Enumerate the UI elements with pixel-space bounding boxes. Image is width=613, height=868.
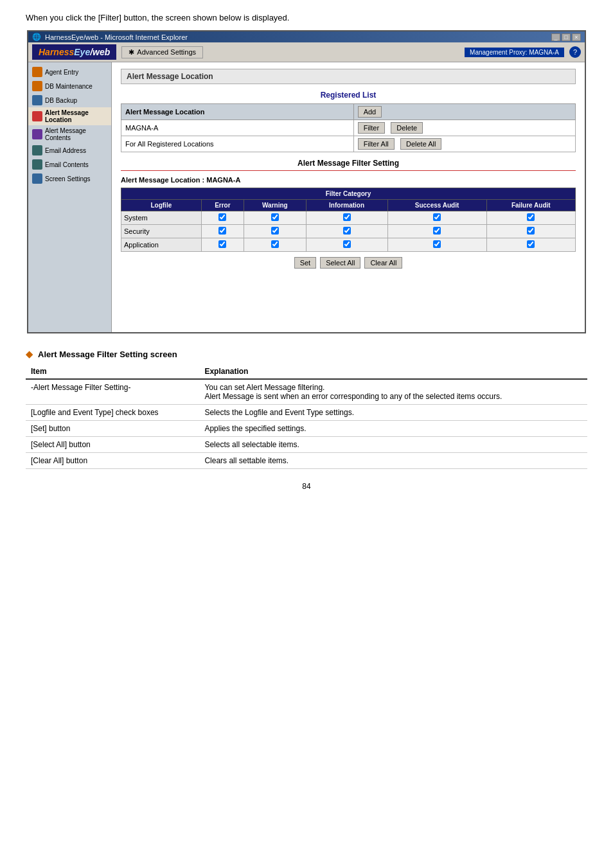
action-cell-2: Filter All Delete All — [353, 136, 575, 152]
col-warning: Warning — [244, 200, 306, 211]
sidebar-item-db-backup[interactable]: DB Backup — [28, 93, 111, 107]
intro-text: When you click the [Filter] button, the … — [26, 13, 587, 22]
filter-row-application: Application — [121, 238, 576, 252]
browser-titlebar: 🌐 HarnessEye/web - Microsoft Internet Ex… — [28, 31, 585, 42]
sidebar-item-email-address[interactable]: Email Address — [28, 143, 111, 157]
filter-location-label: Alert Message Location : MAGNA-A — [121, 176, 576, 184]
sidebar-item-db-maintenance[interactable]: DB Maintenance — [28, 79, 111, 93]
delete-button[interactable]: Delete — [391, 122, 423, 134]
doc-table-row: [Clear All] buttonClears all settable it… — [26, 453, 587, 469]
close-button[interactable]: × — [572, 33, 581, 41]
col-add: Add — [353, 104, 575, 120]
col-alert-location: Alert Message Location — [121, 104, 354, 120]
filter-actions: Set Select All Clear All — [121, 257, 576, 269]
checkbox-app-failure[interactable] — [527, 240, 535, 248]
maximize-button[interactable]: □ — [562, 33, 571, 41]
doc-item-cell: [Select All] button — [26, 437, 199, 453]
alert-location-icon — [32, 111, 42, 121]
doc-item-cell: -Alert Message Filter Setting- — [26, 379, 199, 405]
logo: HarnessEye/web — [32, 44, 116, 60]
error-security — [201, 225, 244, 238]
db-maintenance-icon — [32, 81, 42, 91]
location-cell-all: For All Registered Locations — [121, 136, 354, 152]
page-container: When you click the [Filter] button, the … — [0, 0, 613, 504]
doc-explanation-cell: You can set Alert Message filtering. Ale… — [199, 379, 587, 405]
browser-toolbar: HarnessEye/web ✱ Advanced Settings Manag… — [28, 42, 585, 62]
browser-icon: 🌐 — [32, 33, 41, 41]
info-system — [306, 211, 387, 225]
failure-security — [486, 225, 576, 238]
main-content: Alert Message Location Registered List A… — [112, 62, 585, 332]
set-button[interactable]: Set — [294, 257, 317, 269]
filter-table: Filter Category Logfile Error Warning In… — [121, 188, 576, 252]
checkbox-security-failure[interactable] — [527, 227, 535, 235]
advanced-settings-button[interactable]: ✱ Advanced Settings — [121, 46, 203, 58]
checkbox-app-success[interactable] — [433, 240, 441, 248]
success-application — [387, 238, 486, 252]
checkbox-security-success[interactable] — [433, 227, 441, 235]
doc-item-cell: [Logfile and Event Type] check boxes — [26, 405, 199, 421]
doc-section: ◆ Alert Message Filter Setting screen It… — [26, 349, 587, 469]
sidebar-item-email-contents[interactable]: Email Contents — [28, 157, 111, 172]
add-button[interactable]: Add — [358, 106, 382, 118]
checkbox-system-warning[interactable] — [271, 213, 279, 221]
sidebar-item-agent-entry[interactable]: Agent Entry — [28, 65, 111, 79]
sidebar-item-screen-settings[interactable]: Screen Settings — [28, 172, 111, 186]
checkbox-app-warning[interactable] — [271, 240, 279, 248]
doc-explanation-cell: Clears all settable items. — [199, 453, 587, 469]
sidebar-item-alert-message-location[interactable]: Alert Message Location — [28, 107, 111, 125]
screen-settings-icon — [32, 173, 42, 184]
checkbox-security-warning[interactable] — [271, 227, 279, 235]
registered-list-table: Alert Message Location Add MAGNA-A Filte… — [121, 103, 576, 152]
registered-list-header: Registered List — [121, 91, 576, 100]
help-button[interactable]: ? — [569, 46, 581, 58]
doc-table-row: [Set] buttonApplies the specified settin… — [26, 421, 587, 437]
checkbox-system-success[interactable] — [433, 213, 441, 221]
failure-system — [486, 211, 576, 225]
error-application — [201, 238, 244, 252]
delete-all-button[interactable]: Delete All — [400, 138, 441, 150]
logfile-system: System — [121, 211, 202, 225]
checkbox-security-error[interactable] — [218, 227, 226, 235]
clear-all-button[interactable]: Clear All — [364, 257, 402, 269]
sidebar-item-alert-message-contents[interactable]: Alert Message Contents — [28, 125, 111, 143]
table-row: For All Registered Locations Filter All … — [121, 136, 576, 152]
minimize-button[interactable]: _ — [551, 33, 560, 41]
filter-setting-title: Alert Message Filter Setting — [121, 159, 576, 171]
window-controls[interactable]: _ □ × — [551, 33, 581, 41]
col-information: Information — [306, 200, 387, 211]
checkbox-system-error[interactable] — [218, 213, 226, 221]
checkbox-app-info[interactable] — [343, 240, 351, 248]
failure-application — [486, 238, 576, 252]
filter-all-button[interactable]: Filter All — [358, 138, 395, 150]
warning-security — [244, 225, 306, 238]
location-cell: MAGNA-A — [121, 120, 354, 136]
checkbox-security-info[interactable] — [343, 227, 351, 235]
info-application — [306, 238, 387, 252]
diamond-icon: ◆ — [26, 349, 33, 359]
browser-window: 🌐 HarnessEye/web - Microsoft Internet Ex… — [27, 30, 586, 333]
checkbox-app-error[interactable] — [218, 240, 226, 248]
select-all-button[interactable]: Select All — [320, 257, 360, 269]
success-security — [387, 225, 486, 238]
doc-table-row: [Logfile and Event Type] check boxesSele… — [26, 405, 587, 421]
settings-icon: ✱ — [129, 48, 134, 57]
checkbox-system-failure[interactable] — [527, 213, 535, 221]
agent-entry-icon — [32, 67, 42, 77]
doc-explanation-cell: Applies the specified settings. — [199, 421, 587, 437]
table-row: MAGNA-A Filter Delete — [121, 120, 576, 136]
doc-title: Alert Message Filter Setting screen — [38, 350, 177, 359]
doc-item-cell: [Set] button — [26, 421, 199, 437]
logfile-security: Security — [121, 225, 202, 238]
doc-header: ◆ Alert Message Filter Setting screen — [26, 349, 587, 359]
checkbox-system-info[interactable] — [343, 213, 351, 221]
col-logfile: Logfile — [121, 200, 202, 211]
col-error: Error — [201, 200, 244, 211]
titlebar-left: 🌐 HarnessEye/web - Microsoft Internet Ex… — [32, 33, 188, 41]
filter-button[interactable]: Filter — [358, 122, 385, 134]
info-security — [306, 225, 387, 238]
success-system — [387, 211, 486, 225]
filter-category-header: Filter Category — [121, 188, 576, 200]
db-backup-icon — [32, 95, 42, 105]
doc-table: Item Explanation -Alert Message Filter S… — [26, 364, 587, 469]
